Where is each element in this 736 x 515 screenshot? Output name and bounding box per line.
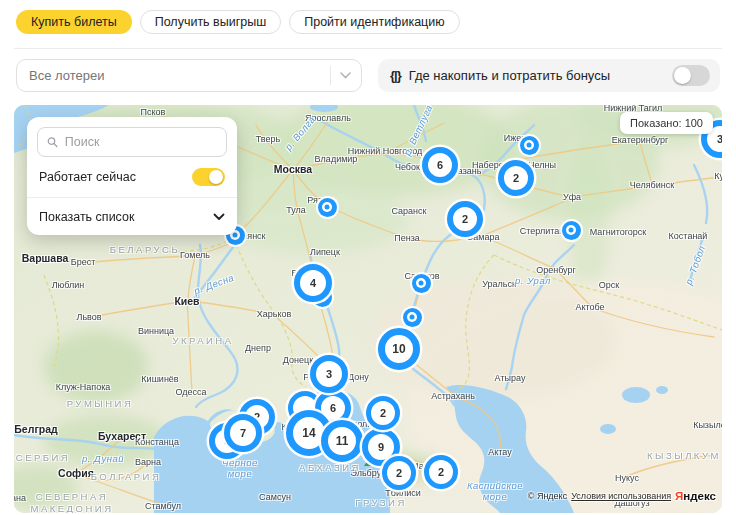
toggle-knob	[674, 67, 691, 84]
tab-2[interactable]: Пройти идентификацию	[289, 10, 459, 34]
cluster-marker[interactable]: 2	[447, 201, 483, 237]
divider	[14, 48, 722, 49]
cluster-marker[interactable]: 7	[224, 414, 262, 452]
cluster-marker[interactable]: 4	[294, 264, 332, 302]
cluster-marker[interactable]: 2	[366, 396, 400, 430]
cluster-marker[interactable]: 2	[498, 160, 534, 196]
point-marker[interactable]	[520, 136, 539, 155]
lottery-select[interactable]: Все лотереи	[16, 59, 362, 92]
marker-dot	[410, 315, 415, 320]
show-list-row[interactable]: Показать список	[37, 198, 227, 235]
lottery-points-page: Купить билетыПолучить выигрышПройти иден…	[0, 0, 736, 515]
shown-count-badge: Показано: 100	[620, 112, 713, 134]
chevron-down-icon	[340, 72, 351, 79]
cluster-marker[interactable]: 2	[382, 456, 416, 490]
cluster-marker[interactable]: 3	[310, 355, 348, 393]
point-marker[interactable]	[562, 221, 581, 240]
search-box[interactable]	[37, 127, 227, 157]
working-now-toggle[interactable]	[192, 168, 225, 186]
marker-dot	[233, 233, 238, 238]
search-input[interactable]	[65, 135, 217, 149]
lottery-select-value: Все лотереи	[29, 68, 330, 83]
bonus-toggle[interactable]	[672, 65, 710, 86]
point-marker[interactable]	[403, 308, 422, 327]
map-filter-panel: Работает сейчас Показать список	[27, 117, 237, 235]
map-attribution: © Яндекс Условия использования Яндекс	[528, 490, 716, 502]
bonus-label: Где накопить и потратить бонусы	[409, 68, 672, 83]
working-now-label: Работает сейчас	[39, 170, 136, 184]
cluster-marker[interactable]: 11	[321, 420, 363, 462]
point-marker[interactable]	[318, 198, 337, 217]
toggle-knob	[209, 170, 223, 184]
cluster-marker[interactable]: 6	[422, 147, 458, 183]
tab-1[interactable]: Получить выигрыш	[140, 10, 282, 34]
marker-dot	[527, 143, 532, 148]
marker-dot	[569, 228, 574, 233]
yandex-map[interactable]: ПсковНижний ТагилЯрославльТверьВладимирН…	[14, 105, 722, 513]
marker-dot	[325, 205, 330, 210]
working-now-row: Работает сейчас	[37, 157, 227, 197]
select-separator	[330, 66, 331, 85]
search-icon	[47, 136, 58, 148]
chevron-down-icon	[213, 213, 225, 221]
yandex-logo: Яндекс	[675, 490, 716, 502]
marker-dot	[419, 281, 424, 286]
copyright-text: © Яндекс	[528, 491, 567, 501]
bonus-filter: {|} Где накопить и потратить бонусы	[378, 59, 720, 92]
cluster-marker[interactable]: 10	[378, 328, 420, 370]
bonus-icon: {|}	[390, 68, 401, 83]
tab-0[interactable]: Купить билеты	[16, 10, 132, 34]
cluster-marker[interactable]: 2	[424, 455, 458, 489]
page-tabs: Купить билетыПолучить выигрышПройти иден…	[16, 10, 460, 34]
show-list-label: Показать список	[39, 210, 134, 224]
terms-link[interactable]: Условия использования	[571, 491, 671, 501]
point-marker[interactable]	[412, 274, 431, 293]
